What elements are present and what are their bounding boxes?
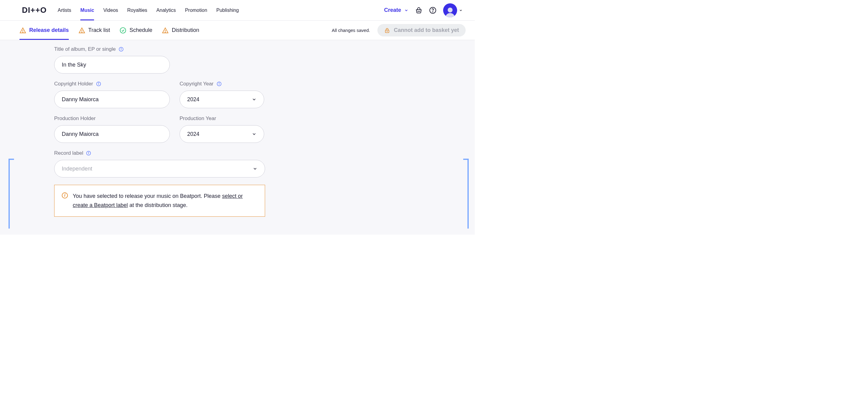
- svg-point-8: [23, 32, 23, 32]
- warning-icon: [162, 27, 168, 34]
- user-menu[interactable]: [443, 3, 463, 17]
- nav-item-promotion[interactable]: Promotion: [185, 0, 207, 21]
- nav-item-analytics[interactable]: Analytics: [156, 0, 176, 21]
- tab-track-list[interactable]: Track list: [79, 21, 110, 40]
- chevron-down-icon: [459, 8, 463, 12]
- input-value: Danny Maiorca: [62, 131, 99, 137]
- info-icon[interactable]: [86, 151, 91, 155]
- basket-label: Cannot add to basket yet: [394, 27, 459, 33]
- title-label: Title of album, EP or single: [54, 46, 170, 52]
- save-status: All changes saved.: [332, 28, 370, 33]
- tab-distribution[interactable]: Distribution: [162, 21, 199, 40]
- nav-item-royalties[interactable]: Royalties: [127, 0, 147, 21]
- copyright-year-label: Copyright Year: [180, 81, 264, 87]
- check-icon: [120, 27, 126, 34]
- tab-label: Distribution: [172, 27, 199, 33]
- copyright-holder-input[interactable]: Danny Maiorca: [54, 91, 170, 108]
- title-input[interactable]: In the Sky: [54, 56, 170, 74]
- record-label-label: Record label: [54, 150, 265, 156]
- info-icon[interactable]: [217, 81, 222, 86]
- label-text: Title of album, EP or single: [54, 46, 116, 52]
- tab-label: Release details: [29, 27, 69, 33]
- svg-point-24: [219, 83, 219, 83]
- notice-pre: You have selected to release your music …: [73, 193, 222, 199]
- production-holder-label: Production Holder: [54, 115, 170, 121]
- subtabs-left: Release details Track list Schedule Dist…: [20, 21, 199, 40]
- chevron-down-icon: [404, 8, 408, 12]
- label-text: Copyright Year: [180, 81, 214, 87]
- svg-point-10: [82, 32, 82, 32]
- avatar: [443, 3, 457, 17]
- help-icon[interactable]: [429, 7, 436, 14]
- nav-item-publishing[interactable]: Publishing: [216, 0, 239, 21]
- svg-point-15: [387, 31, 388, 32]
- notice-text: You have selected to release your music …: [73, 192, 257, 210]
- copyright-holder-label: Copyright Holder: [54, 81, 170, 87]
- info-icon: i: [62, 193, 68, 199]
- chevron-down-icon: [253, 166, 257, 171]
- nav-right: Create: [384, 3, 463, 17]
- svg-point-5: [448, 8, 453, 12]
- record-label-select[interactable]: Independent: [54, 160, 265, 177]
- select-value: 2024: [187, 131, 199, 137]
- select-value: 2024: [187, 96, 199, 103]
- notice-post: at the distribution stage.: [128, 202, 187, 208]
- chevron-down-icon: [252, 97, 256, 102]
- copyright-year-select[interactable]: 2024: [180, 91, 264, 108]
- nav-items: Artists Music Videos Royalties Analytics…: [58, 0, 384, 21]
- label-text: Copyright Holder: [54, 81, 93, 87]
- create-label: Create: [384, 7, 401, 13]
- add-to-basket-button: Cannot add to basket yet: [377, 24, 466, 36]
- tab-label: Track list: [88, 27, 110, 33]
- logo: DI++O: [22, 5, 47, 15]
- label-text: Production Holder: [54, 115, 96, 121]
- warning-icon: [20, 27, 26, 34]
- select-placeholder: Independent: [62, 166, 92, 172]
- basket-icon[interactable]: [415, 7, 423, 14]
- main-content: Title of album, EP or single In the Sky …: [0, 40, 475, 235]
- tab-schedule[interactable]: Schedule: [120, 21, 152, 40]
- tab-release-details[interactable]: Release details: [20, 21, 69, 40]
- tab-label: Schedule: [129, 27, 152, 33]
- warning-icon: [79, 27, 85, 34]
- svg-point-21: [98, 83, 99, 83]
- top-nav: DI++O Artists Music Videos Royalties Ana…: [0, 0, 475, 21]
- svg-point-13: [165, 32, 165, 32]
- subtabs-right: All changes saved. Cannot add to basket …: [332, 24, 466, 36]
- svg-point-11: [120, 27, 126, 33]
- production-year-select[interactable]: 2024: [180, 125, 264, 143]
- nav-item-music[interactable]: Music: [80, 0, 94, 21]
- release-form: Title of album, EP or single In the Sky …: [54, 46, 328, 217]
- subtabs-bar: Release details Track list Schedule Dist…: [0, 21, 475, 40]
- production-year-label: Production Year: [180, 115, 264, 121]
- input-value: In the Sky: [62, 62, 86, 68]
- svg-point-6: [445, 13, 455, 17]
- label-text: Production Year: [180, 115, 216, 121]
- nav-item-artists[interactable]: Artists: [58, 0, 71, 21]
- svg-point-4: [432, 11, 433, 12]
- beatport-notice: i You have selected to release your musi…: [54, 185, 265, 217]
- production-holder-input[interactable]: Danny Maiorca: [54, 125, 170, 143]
- info-icon[interactable]: [119, 47, 124, 52]
- svg-point-18: [121, 48, 121, 48]
- selection-guide-right: [467, 159, 469, 229]
- chevron-down-icon: [252, 132, 256, 136]
- info-icon[interactable]: [96, 81, 101, 86]
- label-text: Record label: [54, 150, 83, 156]
- lock-icon: [384, 27, 390, 33]
- create-button[interactable]: Create: [384, 7, 408, 13]
- nav-item-videos[interactable]: Videos: [103, 0, 118, 21]
- input-value: Danny Maiorca: [62, 96, 99, 103]
- selection-guide-left: [8, 159, 10, 229]
